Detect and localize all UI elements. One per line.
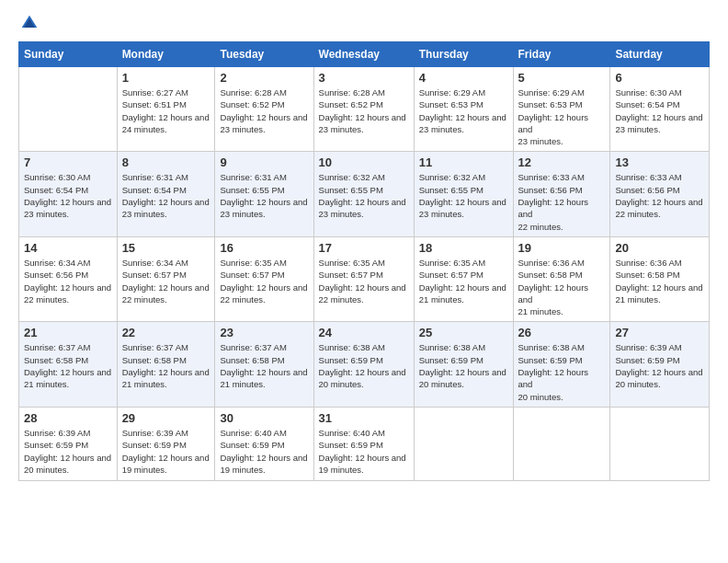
calendar-cell: 31Sunrise: 6:40 AMSunset: 6:59 PMDayligh… xyxy=(313,407,414,480)
day-number: 20 xyxy=(615,241,704,255)
day-info: Sunrise: 6:39 AMSunset: 6:59 PMDaylight:… xyxy=(24,427,112,476)
day-info: Sunrise: 6:30 AMSunset: 6:54 PMDaylight:… xyxy=(615,86,704,135)
calendar-cell: 30Sunrise: 6:40 AMSunset: 6:59 PMDayligh… xyxy=(215,407,313,480)
calendar-cell: 4Sunrise: 6:29 AMSunset: 6:53 PMDaylight… xyxy=(414,67,513,152)
day-info: Sunrise: 6:38 AMSunset: 6:59 PMDaylight:… xyxy=(319,341,409,390)
col-header-wednesday: Wednesday xyxy=(313,42,414,67)
day-number: 24 xyxy=(319,326,409,339)
calendar-cell: 3Sunrise: 6:28 AMSunset: 6:52 PMDaylight… xyxy=(313,67,414,152)
calendar-cell: 27Sunrise: 6:39 AMSunset: 6:59 PMDayligh… xyxy=(610,322,710,407)
day-info: Sunrise: 6:37 AMSunset: 6:58 PMDaylight:… xyxy=(122,341,210,390)
day-number: 26 xyxy=(518,326,606,339)
calendar-cell xyxy=(513,407,610,480)
calendar-cell: 19Sunrise: 6:36 AMSunset: 6:58 PMDayligh… xyxy=(513,236,610,321)
day-number: 19 xyxy=(518,241,606,255)
calendar-cell: 6Sunrise: 6:30 AMSunset: 6:54 PMDaylight… xyxy=(610,67,710,152)
day-number: 7 xyxy=(24,155,112,169)
day-number: 11 xyxy=(419,155,508,169)
day-info: Sunrise: 6:31 AMSunset: 6:54 PMDaylight:… xyxy=(122,171,210,220)
day-number: 21 xyxy=(24,326,112,339)
day-number: 10 xyxy=(319,155,409,169)
day-info: Sunrise: 6:39 AMSunset: 6:59 PMDaylight:… xyxy=(615,341,704,390)
day-number: 16 xyxy=(220,241,308,255)
day-number: 5 xyxy=(518,71,606,85)
calendar-cell: 17Sunrise: 6:35 AMSunset: 6:57 PMDayligh… xyxy=(313,236,414,321)
day-info: Sunrise: 6:40 AMSunset: 6:59 PMDaylight:… xyxy=(319,427,409,476)
calendar-cell: 23Sunrise: 6:37 AMSunset: 6:58 PMDayligh… xyxy=(215,322,313,407)
day-number: 8 xyxy=(122,155,210,169)
day-info: Sunrise: 6:36 AMSunset: 6:58 PMDaylight:… xyxy=(615,257,704,305)
calendar-cell: 2Sunrise: 6:28 AMSunset: 6:52 PMDaylight… xyxy=(215,67,313,152)
day-info: Sunrise: 6:32 AMSunset: 6:55 PMDaylight:… xyxy=(319,171,409,220)
day-info: Sunrise: 6:33 AMSunset: 6:56 PMDaylight:… xyxy=(615,171,704,220)
calendar-cell: 7Sunrise: 6:30 AMSunset: 6:54 PMDaylight… xyxy=(19,152,118,236)
day-info: Sunrise: 6:29 AMSunset: 6:53 PMDaylight:… xyxy=(419,86,508,135)
day-info: Sunrise: 6:35 AMSunset: 6:57 PMDaylight:… xyxy=(220,257,308,305)
logo-text xyxy=(18,14,39,32)
col-header-tuesday: Tuesday xyxy=(215,42,313,67)
calendar-cell: 26Sunrise: 6:38 AMSunset: 6:59 PMDayligh… xyxy=(513,322,610,407)
day-info: Sunrise: 6:38 AMSunset: 6:59 PMDaylight:… xyxy=(518,341,606,402)
week-row-5: 28Sunrise: 6:39 AMSunset: 6:59 PMDayligh… xyxy=(19,407,710,480)
day-info: Sunrise: 6:40 AMSunset: 6:59 PMDaylight:… xyxy=(220,427,308,476)
calendar-cell: 14Sunrise: 6:34 AMSunset: 6:56 PMDayligh… xyxy=(19,236,118,321)
week-row-3: 14Sunrise: 6:34 AMSunset: 6:56 PMDayligh… xyxy=(19,236,710,321)
calendar-cell xyxy=(610,407,710,480)
day-info: Sunrise: 6:37 AMSunset: 6:58 PMDaylight:… xyxy=(24,341,112,390)
day-info: Sunrise: 6:32 AMSunset: 6:55 PMDaylight:… xyxy=(419,171,508,220)
day-number: 4 xyxy=(419,71,508,85)
col-header-monday: Monday xyxy=(117,42,215,67)
day-number: 22 xyxy=(122,326,210,339)
calendar-cell: 11Sunrise: 6:32 AMSunset: 6:55 PMDayligh… xyxy=(414,152,513,236)
calendar-cell: 16Sunrise: 6:35 AMSunset: 6:57 PMDayligh… xyxy=(215,236,313,321)
day-number: 28 xyxy=(24,411,112,425)
calendar-cell: 12Sunrise: 6:33 AMSunset: 6:56 PMDayligh… xyxy=(513,152,610,236)
calendar-cell: 8Sunrise: 6:31 AMSunset: 6:54 PMDaylight… xyxy=(117,152,215,236)
day-number: 6 xyxy=(615,71,704,85)
day-number: 29 xyxy=(122,411,210,425)
day-number: 9 xyxy=(220,155,308,169)
calendar-cell: 22Sunrise: 6:37 AMSunset: 6:58 PMDayligh… xyxy=(117,322,215,407)
day-number: 13 xyxy=(615,155,704,169)
day-info: Sunrise: 6:35 AMSunset: 6:57 PMDaylight:… xyxy=(319,257,409,305)
week-row-1: 1Sunrise: 6:27 AMSunset: 6:51 PMDaylight… xyxy=(19,67,710,152)
day-info: Sunrise: 6:28 AMSunset: 6:52 PMDaylight:… xyxy=(220,86,308,135)
calendar-cell: 1Sunrise: 6:27 AMSunset: 6:51 PMDaylight… xyxy=(117,67,215,152)
col-header-friday: Friday xyxy=(513,42,610,67)
day-info: Sunrise: 6:31 AMSunset: 6:55 PMDaylight:… xyxy=(220,171,308,220)
day-info: Sunrise: 6:34 AMSunset: 6:57 PMDaylight:… xyxy=(122,257,210,305)
calendar-cell: 5Sunrise: 6:29 AMSunset: 6:53 PMDaylight… xyxy=(513,67,610,152)
day-number: 17 xyxy=(319,241,409,255)
calendar-cell: 21Sunrise: 6:37 AMSunset: 6:58 PMDayligh… xyxy=(19,322,118,407)
calendar-table: SundayMondayTuesdayWednesdayThursdayFrid… xyxy=(18,41,710,481)
col-header-sunday: Sunday xyxy=(19,42,118,67)
header xyxy=(18,14,710,32)
day-number: 23 xyxy=(220,326,308,339)
day-info: Sunrise: 6:29 AMSunset: 6:53 PMDaylight:… xyxy=(518,86,606,147)
page: SundayMondayTuesdayWednesdayThursdayFrid… xyxy=(0,0,728,563)
day-info: Sunrise: 6:37 AMSunset: 6:58 PMDaylight:… xyxy=(220,341,308,390)
calendar-cell: 10Sunrise: 6:32 AMSunset: 6:55 PMDayligh… xyxy=(313,152,414,236)
calendar-cell xyxy=(19,67,118,152)
day-info: Sunrise: 6:35 AMSunset: 6:57 PMDaylight:… xyxy=(419,257,508,305)
day-number: 18 xyxy=(419,241,508,255)
day-number: 15 xyxy=(122,241,210,255)
col-header-thursday: Thursday xyxy=(414,42,513,67)
day-number: 3 xyxy=(319,71,409,85)
logo xyxy=(18,14,39,32)
day-info: Sunrise: 6:38 AMSunset: 6:59 PMDaylight:… xyxy=(419,341,508,390)
day-number: 1 xyxy=(122,71,210,85)
logo-icon xyxy=(20,14,39,32)
calendar-cell: 20Sunrise: 6:36 AMSunset: 6:58 PMDayligh… xyxy=(610,236,710,321)
day-info: Sunrise: 6:28 AMSunset: 6:52 PMDaylight:… xyxy=(319,86,409,135)
day-number: 31 xyxy=(319,411,409,425)
day-number: 2 xyxy=(220,71,308,85)
day-number: 27 xyxy=(615,326,704,339)
calendar-cell: 25Sunrise: 6:38 AMSunset: 6:59 PMDayligh… xyxy=(414,322,513,407)
calendar-cell: 18Sunrise: 6:35 AMSunset: 6:57 PMDayligh… xyxy=(414,236,513,321)
calendar-header-row: SundayMondayTuesdayWednesdayThursdayFrid… xyxy=(19,42,710,67)
week-row-4: 21Sunrise: 6:37 AMSunset: 6:58 PMDayligh… xyxy=(19,322,710,407)
calendar-cell: 15Sunrise: 6:34 AMSunset: 6:57 PMDayligh… xyxy=(117,236,215,321)
calendar-cell xyxy=(414,407,513,480)
calendar-cell: 28Sunrise: 6:39 AMSunset: 6:59 PMDayligh… xyxy=(19,407,118,480)
